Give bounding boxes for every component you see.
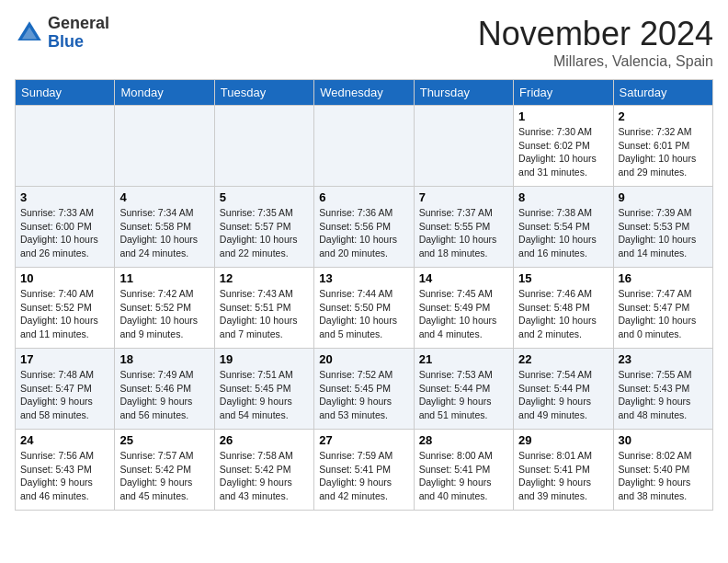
calendar-cell: 8Sunrise: 7:38 AM Sunset: 5:54 PM Daylig…: [514, 187, 613, 268]
day-info: Sunrise: 7:54 AM Sunset: 5:44 PM Dayligh…: [518, 368, 608, 422]
day-number: 21: [419, 352, 508, 366]
calendar-cell: 29Sunrise: 8:01 AM Sunset: 5:41 PM Dayli…: [514, 430, 613, 511]
logo-blue-text: Blue: [48, 32, 84, 51]
calendar-cell: 12Sunrise: 7:43 AM Sunset: 5:51 PM Dayli…: [214, 268, 313, 349]
week-row-3: 10Sunrise: 7:40 AM Sunset: 5:52 PM Dayli…: [16, 268, 713, 349]
weekday-sunday: Sunday: [16, 80, 115, 106]
day-info: Sunrise: 7:38 AM Sunset: 5:54 PM Dayligh…: [518, 206, 608, 260]
day-number: 19: [220, 352, 309, 366]
calendar-cell: 1Sunrise: 7:30 AM Sunset: 6:02 PM Daylig…: [514, 106, 613, 187]
calendar-cell: [16, 106, 115, 187]
week-row-1: 1Sunrise: 7:30 AM Sunset: 6:02 PM Daylig…: [16, 106, 713, 187]
day-info: Sunrise: 7:30 AM Sunset: 6:02 PM Dayligh…: [518, 125, 608, 179]
day-number: 6: [319, 190, 408, 204]
day-number: 3: [20, 190, 109, 204]
day-number: 27: [319, 433, 408, 447]
day-info: Sunrise: 7:55 AM Sunset: 5:43 PM Dayligh…: [619, 368, 708, 422]
day-info: Sunrise: 7:37 AM Sunset: 5:55 PM Dayligh…: [419, 206, 508, 260]
day-number: 29: [518, 433, 608, 447]
day-info: Sunrise: 7:59 AM Sunset: 5:41 PM Dayligh…: [319, 449, 408, 503]
calendar-cell: 20Sunrise: 7:52 AM Sunset: 5:45 PM Dayli…: [314, 349, 414, 430]
day-info: Sunrise: 7:52 AM Sunset: 5:45 PM Dayligh…: [319, 368, 408, 422]
day-number: 26: [220, 433, 309, 447]
calendar-cell: 3Sunrise: 7:33 AM Sunset: 6:00 PM Daylig…: [16, 187, 115, 268]
title-block: November 2024 Millares, Valencia, Spain: [478, 15, 713, 70]
calendar-cell: 9Sunrise: 7:39 AM Sunset: 5:53 PM Daylig…: [613, 187, 712, 268]
calendar-cell: 6Sunrise: 7:36 AM Sunset: 5:56 PM Daylig…: [314, 187, 414, 268]
day-info: Sunrise: 7:42 AM Sunset: 5:52 PM Dayligh…: [119, 287, 209, 341]
day-number: 5: [220, 190, 309, 204]
calendar-cell: 5Sunrise: 7:35 AM Sunset: 5:57 PM Daylig…: [214, 187, 313, 268]
day-number: 22: [518, 352, 608, 366]
calendar-cell: 17Sunrise: 7:48 AM Sunset: 5:47 PM Dayli…: [16, 349, 115, 430]
day-number: 12: [220, 271, 309, 285]
calendar-cell: 15Sunrise: 7:46 AM Sunset: 5:48 PM Dayli…: [514, 268, 613, 349]
day-info: Sunrise: 7:32 AM Sunset: 6:01 PM Dayligh…: [619, 125, 708, 179]
day-number: 18: [119, 352, 209, 366]
calendar-cell: [414, 106, 513, 187]
day-info: Sunrise: 7:56 AM Sunset: 5:43 PM Dayligh…: [20, 449, 109, 503]
calendar-cell: 27Sunrise: 7:59 AM Sunset: 5:41 PM Dayli…: [314, 430, 414, 511]
day-number: 24: [20, 433, 109, 447]
day-info: Sunrise: 7:58 AM Sunset: 5:42 PM Dayligh…: [220, 449, 309, 503]
day-info: Sunrise: 7:46 AM Sunset: 5:48 PM Dayligh…: [518, 287, 608, 341]
day-info: Sunrise: 7:33 AM Sunset: 6:00 PM Dayligh…: [20, 206, 109, 260]
day-info: Sunrise: 7:43 AM Sunset: 5:51 PM Dayligh…: [220, 287, 309, 341]
calendar-cell: 30Sunrise: 8:02 AM Sunset: 5:40 PM Dayli…: [613, 430, 712, 511]
day-number: 7: [419, 190, 508, 204]
weekday-saturday: Saturday: [613, 80, 712, 106]
calendar-cell: 13Sunrise: 7:44 AM Sunset: 5:50 PM Dayli…: [314, 268, 414, 349]
week-row-4: 17Sunrise: 7:48 AM Sunset: 5:47 PM Dayli…: [16, 349, 713, 430]
day-info: Sunrise: 7:40 AM Sunset: 5:52 PM Dayligh…: [20, 287, 109, 341]
day-info: Sunrise: 7:45 AM Sunset: 5:49 PM Dayligh…: [419, 287, 508, 341]
calendar-cell: 7Sunrise: 7:37 AM Sunset: 5:55 PM Daylig…: [414, 187, 513, 268]
weekday-monday: Monday: [115, 80, 214, 106]
day-info: Sunrise: 7:57 AM Sunset: 5:42 PM Dayligh…: [119, 449, 209, 503]
logo-general: General: [48, 14, 109, 32]
day-info: Sunrise: 7:49 AM Sunset: 5:46 PM Dayligh…: [119, 368, 209, 422]
day-info: Sunrise: 7:35 AM Sunset: 5:57 PM Dayligh…: [220, 206, 309, 260]
calendar-cell: 14Sunrise: 7:45 AM Sunset: 5:49 PM Dayli…: [414, 268, 513, 349]
day-number: 30: [619, 433, 708, 447]
day-number: 28: [419, 433, 508, 447]
location: Millares, Valencia, Spain: [478, 53, 713, 70]
calendar-cell: 28Sunrise: 8:00 AM Sunset: 5:41 PM Dayli…: [414, 430, 513, 511]
calendar-cell: 22Sunrise: 7:54 AM Sunset: 5:44 PM Dayli…: [514, 349, 613, 430]
day-info: Sunrise: 7:36 AM Sunset: 5:56 PM Dayligh…: [319, 206, 408, 260]
weekday-tuesday: Tuesday: [214, 80, 313, 106]
weekday-wednesday: Wednesday: [314, 80, 414, 106]
calendar-cell: [314, 106, 414, 187]
calendar-cell: 11Sunrise: 7:42 AM Sunset: 5:52 PM Dayli…: [115, 268, 214, 349]
month-title: November 2024: [478, 15, 713, 53]
week-row-2: 3Sunrise: 7:33 AM Sunset: 6:00 PM Daylig…: [16, 187, 713, 268]
day-number: 4: [119, 190, 209, 204]
calendar-cell: 2Sunrise: 7:32 AM Sunset: 6:01 PM Daylig…: [613, 106, 712, 187]
weekday-thursday: Thursday: [414, 80, 513, 106]
calendar-cell: 24Sunrise: 7:56 AM Sunset: 5:43 PM Dayli…: [16, 430, 115, 511]
week-row-5: 24Sunrise: 7:56 AM Sunset: 5:43 PM Dayli…: [16, 430, 713, 511]
calendar-cell: [214, 106, 313, 187]
day-info: Sunrise: 8:01 AM Sunset: 5:41 PM Dayligh…: [518, 449, 608, 503]
day-info: Sunrise: 7:34 AM Sunset: 5:58 PM Dayligh…: [119, 206, 209, 260]
calendar-cell: 10Sunrise: 7:40 AM Sunset: 5:52 PM Dayli…: [16, 268, 115, 349]
calendar-table: SundayMondayTuesdayWednesdayThursdayFrid…: [15, 79, 713, 511]
day-info: Sunrise: 7:44 AM Sunset: 5:50 PM Dayligh…: [319, 287, 408, 341]
day-info: Sunrise: 8:02 AM Sunset: 5:40 PM Dayligh…: [619, 449, 708, 503]
day-number: 15: [518, 271, 608, 285]
day-number: 23: [619, 352, 708, 366]
logo-text: General Blue: [48, 15, 109, 52]
day-number: 1: [518, 109, 608, 123]
day-number: 17: [20, 352, 109, 366]
day-number: 8: [518, 190, 608, 204]
day-number: 25: [119, 433, 209, 447]
logo-icon: [15, 18, 44, 48]
calendar-cell: [115, 106, 214, 187]
day-number: 2: [619, 109, 708, 123]
day-info: Sunrise: 7:53 AM Sunset: 5:44 PM Dayligh…: [419, 368, 508, 422]
day-number: 13: [319, 271, 408, 285]
day-number: 10: [20, 271, 109, 285]
page-header: General Blue November 2024 Millares, Val…: [15, 15, 713, 70]
weekday-header-row: SundayMondayTuesdayWednesdayThursdayFrid…: [16, 80, 713, 106]
calendar-cell: 16Sunrise: 7:47 AM Sunset: 5:47 PM Dayli…: [613, 268, 712, 349]
calendar-cell: 23Sunrise: 7:55 AM Sunset: 5:43 PM Dayli…: [613, 349, 712, 430]
